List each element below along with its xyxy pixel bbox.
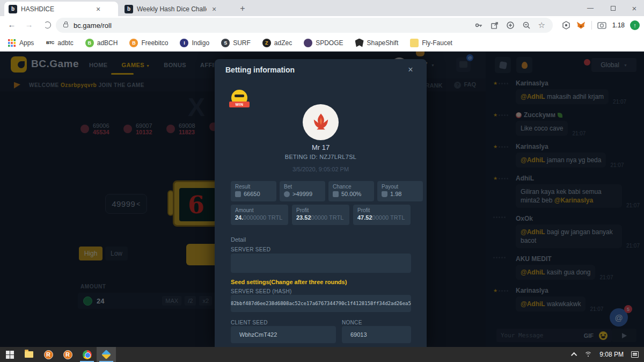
zoom-plus-icon[interactable] — [506, 21, 515, 30]
tab-title: Weekly Hash Dice Challenge - Se — [137, 5, 207, 13]
chrome-taskbar-button[interactable] — [77, 347, 97, 362]
bookmark-spdoge[interactable]: SPDOGE — [304, 39, 343, 47]
bookmark-surf[interactable]: SSURF — [221, 39, 251, 47]
apps-grid-icon — [8, 39, 16, 47]
nonce-label: NONCE — [342, 320, 362, 325]
url-text: bc.game/roll — [74, 21, 112, 30]
back-icon[interactable]: ← — [6, 20, 17, 29]
bookmark-freebitco[interactable]: BFreebitco — [129, 39, 168, 47]
spdoge-icon — [304, 39, 312, 47]
modal-title: Betting information — [225, 66, 295, 74]
screen: b HASHDICE × b Weekly Hash Dice Challeng… — [0, 0, 644, 362]
system-clock[interactable]: 9:08 PM — [599, 351, 624, 358]
nonce-field[interactable]: 69013 — [342, 326, 411, 343]
phoenix-icon — [309, 111, 333, 134]
server-seed-field[interactable] — [231, 254, 411, 273]
start-button[interactable] — [0, 347, 19, 362]
https-lock-icon — [63, 24, 68, 27]
metamask-icon[interactable] — [576, 20, 586, 30]
seed-settings-heading: Seed settings(Change after three rounds) — [231, 279, 347, 285]
bet-id: BETING ID: NZJ7LRL7SL — [215, 154, 427, 160]
address-bar[interactable]: bc.game/roll ☆ — [56, 18, 553, 33]
player-name: Mr 17 — [215, 143, 427, 151]
stat-amount: Amount 24.0000000 TRTL — [231, 205, 288, 225]
bookmark-shapeshift[interactable]: ShapeShift — [355, 39, 399, 47]
server-seed-hash-field[interactable]: 82bbf487d6ee238d6808ac52ce17a6767344790c… — [231, 295, 411, 312]
server-seed-label: SERVER SEED — [231, 247, 270, 252]
bookmark-adbtc[interactable]: BTCadbtc — [46, 39, 73, 47]
tab-challenge[interactable]: b Weekly Hash Dice Challenge - Se × — [120, 2, 231, 16]
zoom-minus-icon[interactable] — [522, 21, 531, 30]
player-avatar[interactable] — [303, 104, 339, 140]
payout-icon — [382, 191, 387, 197]
open-in-new-icon[interactable] — [491, 21, 499, 30]
flyfaucet-icon — [410, 39, 419, 47]
site-favicon: b — [9, 5, 17, 13]
wifi-icon[interactable] — [584, 352, 592, 358]
tab-close-icon[interactable]: × — [94, 5, 103, 13]
indigo-icon: I — [180, 39, 188, 47]
reload-icon[interactable] — [44, 21, 51, 28]
extension-box-icon[interactable] — [561, 20, 571, 30]
restore-icon — [611, 6, 616, 11]
stat-payout: Payout 1.98 — [377, 181, 423, 201]
browser-toolbar: ← → bc.game/roll ☆ 1.18 ↑ — [0, 16, 644, 34]
coin-icon — [284, 191, 290, 197]
dice-icon — [333, 191, 339, 197]
chrome-icon — [83, 350, 92, 359]
stat-bet: Bet >49999 — [280, 181, 325, 201]
file-explorer-button[interactable] — [19, 347, 39, 362]
folder-icon — [25, 351, 33, 358]
bookmark-flyfaucet[interactable]: Fly-Faucet — [410, 39, 452, 47]
bookmark-star-icon[interactable]: ☆ — [538, 20, 545, 30]
app-r1-button[interactable]: R — [39, 347, 58, 362]
bookmark-indigo[interactable]: IIndigo — [180, 39, 209, 47]
freebitco-icon: B — [129, 39, 138, 47]
action-center-icon[interactable] — [631, 351, 639, 358]
bookmark-adzec[interactable]: ZadZec — [262, 39, 292, 47]
browser-titlebar: b HASHDICE × b Weekly Hash Dice Challeng… — [0, 0, 644, 16]
modal-close-icon[interactable]: × — [405, 65, 416, 75]
site-favicon: b — [125, 5, 133, 13]
stat-chance: Chance 50.00% — [328, 181, 374, 201]
bet-datetime: 3/5/2020, 9:05:02 PM — [215, 166, 427, 172]
profile-sync-icon[interactable]: ↑ — [630, 20, 640, 30]
client-seed-field[interactable]: WbhzCmT422 — [231, 326, 336, 343]
bch-icon: B — [85, 39, 94, 47]
bookmark-apps[interactable]: Apps — [8, 39, 34, 47]
r-app-icon: R — [44, 350, 53, 359]
windows-taskbar: R R 9:08 PM — [0, 347, 644, 362]
stat-result: Result 66650 — [231, 181, 276, 201]
window-close-button[interactable]: × — [624, 0, 644, 16]
bookmark-adbch[interactable]: BadBCH — [85, 39, 118, 47]
new-tab-button[interactable]: + — [236, 3, 249, 16]
password-key-icon[interactable] — [474, 21, 483, 30]
windows-logo-icon — [6, 351, 14, 359]
shapeshift-fox-icon — [355, 39, 364, 47]
client-seed-label: CLIENT SEED — [231, 320, 268, 325]
zec-icon: Z — [262, 39, 271, 47]
wallet-extension-icon[interactable] — [597, 20, 607, 30]
bet-amounts-row: Amount 24.0000000 TRTL Profit 23.5200000… — [231, 205, 411, 225]
stat-profit: Profit 23.5200000 TRTL — [292, 205, 349, 225]
tray-expand-chevron-icon[interactable] — [571, 352, 577, 358]
detail-label: Detail — [231, 236, 246, 243]
cube-app-icon — [101, 350, 111, 359]
win-badge-icon: WIN — [229, 89, 250, 110]
tab-close-icon[interactable]: × — [210, 5, 218, 13]
window-restore-button[interactable] — [602, 0, 624, 16]
server-seed-hash-label: SERVER SEED (HASH) — [231, 288, 292, 294]
window-minimize-button[interactable]: — — [580, 0, 601, 16]
active-app-button[interactable] — [97, 347, 116, 362]
betting-info-modal: Betting information × WIN Mr 17 BETING I… — [215, 59, 427, 347]
btc-icon: BTC — [46, 39, 54, 47]
forward-icon[interactable]: → — [24, 20, 34, 29]
bookmarks-bar: Apps BTCadbtc BadBCH BFreebitco IIndigo … — [0, 34, 644, 52]
tab-title: HASHDICE — [21, 5, 91, 13]
tab-hashdice[interactable]: b HASHDICE × — [4, 2, 118, 16]
stat-profit-total: Profit 47.5200000 TRTL — [353, 205, 411, 225]
app-r2-button[interactable]: R — [58, 347, 77, 362]
surf-icon: S — [221, 39, 230, 47]
bet-stats-row: Result 66650 Bet >49999 Chance 50.00% Pa… — [231, 181, 423, 201]
dice-icon — [235, 191, 241, 197]
